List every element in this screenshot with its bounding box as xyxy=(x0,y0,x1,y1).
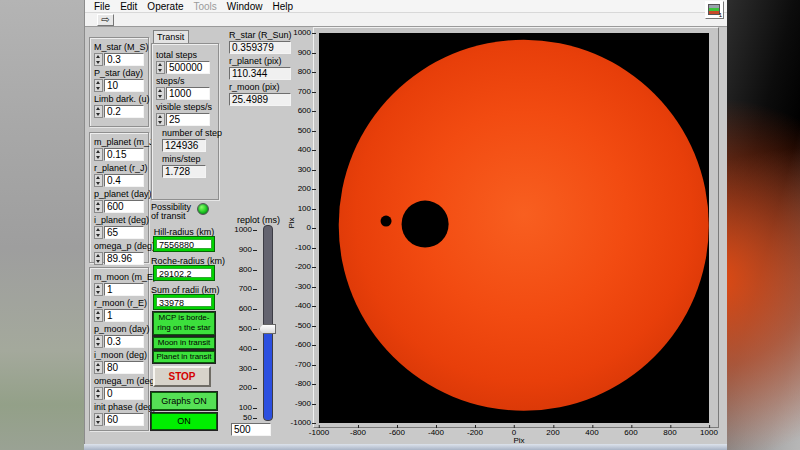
transit-control-label: visible steps/s xyxy=(156,102,216,112)
spinner-down-icon[interactable] xyxy=(95,60,102,66)
spinner-down-icon[interactable] xyxy=(95,233,102,239)
numeric-label: p_moon (day) xyxy=(94,324,146,334)
menu-edit[interactable]: Edit xyxy=(115,0,142,13)
menu-tools: Tools xyxy=(189,0,222,13)
transit-control-row: 25 xyxy=(156,113,216,126)
replot-slider-thumb[interactable] xyxy=(259,324,276,334)
numeric-input[interactable]: 600 xyxy=(104,200,144,213)
increment-decrement-spinner[interactable] xyxy=(94,387,103,400)
spinner-down-icon[interactable] xyxy=(95,207,102,213)
numeric-label: m_planet (m_J) xyxy=(94,137,146,147)
tab-transit[interactable]: Transit xyxy=(153,30,189,44)
y-tick-label: 300 xyxy=(287,166,317,174)
numeric-input[interactable]: 0.3 xyxy=(104,53,144,66)
numeric-row: 0.3 xyxy=(94,53,146,66)
stop-button[interactable]: STOP xyxy=(153,366,211,387)
spinner-down-icon[interactable] xyxy=(157,94,164,100)
menu-file[interactable]: File xyxy=(89,0,115,13)
plot-canvas xyxy=(319,33,709,423)
increment-decrement-spinner[interactable] xyxy=(94,105,103,118)
spinner-down-icon[interactable] xyxy=(95,342,102,348)
run-button[interactable]: ⇨ xyxy=(97,14,114,26)
increment-decrement-spinner[interactable] xyxy=(156,87,165,100)
transit-control-input[interactable]: 1000 xyxy=(166,87,210,100)
x-tick-label: 200 xyxy=(546,429,559,437)
status-line: Planet in transit xyxy=(154,352,214,362)
numeric-input[interactable]: 0.3 xyxy=(104,335,144,348)
numeric-row: 60 xyxy=(94,413,146,426)
menu-window[interactable]: Window xyxy=(222,0,268,13)
replot-slider-track[interactable] xyxy=(263,225,273,421)
spinner-down-icon[interactable] xyxy=(95,394,102,400)
increment-decrement-spinner[interactable] xyxy=(94,309,103,322)
increment-decrement-spinner[interactable] xyxy=(94,53,103,66)
transit-label: mins/step xyxy=(162,154,216,164)
spinner-down-icon[interactable] xyxy=(157,120,164,126)
numeric-input[interactable]: 89.96 xyxy=(104,252,144,265)
numeric-block: omega_m (deg)0 xyxy=(94,376,146,400)
readout-label: r_planet (pix) xyxy=(229,56,295,66)
numeric-input[interactable]: 0.15 xyxy=(104,148,144,161)
increment-decrement-spinner[interactable] xyxy=(94,361,103,374)
status-indicator: MCP is borde-ring on the star xyxy=(153,312,215,335)
slider-tick-label: 600 xyxy=(233,305,259,313)
numeric-input[interactable]: 0.4 xyxy=(104,174,144,187)
numeric-label: omega_p (deg) xyxy=(94,241,146,251)
star-parameters-panel: M_star (M_S)0.3P_star (day)10Limb dark. … xyxy=(89,37,149,127)
on-button[interactable]: ON xyxy=(151,413,217,430)
increment-decrement-spinner[interactable] xyxy=(94,413,103,426)
numeric-input[interactable]: 60 xyxy=(104,413,144,426)
numeric-row: 0.3 xyxy=(94,335,146,348)
increment-decrement-spinner[interactable] xyxy=(156,61,165,74)
transit-indicator: 124936 xyxy=(162,139,206,152)
numeric-input[interactable]: 65 xyxy=(104,226,144,239)
increment-decrement-spinner[interactable] xyxy=(94,226,103,239)
spinner-down-icon[interactable] xyxy=(95,368,102,374)
spinner-down-icon[interactable] xyxy=(95,420,102,426)
numeric-input[interactable]: 0 xyxy=(104,387,144,400)
toolbar: ⇨ xyxy=(85,13,727,27)
menu-help[interactable]: Help xyxy=(267,0,298,13)
increment-decrement-spinner[interactable] xyxy=(94,200,103,213)
numeric-input[interactable]: 0.2 xyxy=(104,105,144,118)
numeric-input[interactable]: 10 xyxy=(104,79,144,92)
status-indicator: Moon in transit xyxy=(153,337,215,349)
menu-operate[interactable]: Operate xyxy=(142,0,188,13)
spinner-down-icon[interactable] xyxy=(95,112,102,118)
increment-decrement-spinner[interactable] xyxy=(94,174,103,187)
y-tick-label: 400 xyxy=(287,146,317,154)
numeric-block: P_star (day)10 xyxy=(94,68,146,92)
numeric-block: Limb dark. (u)0.2 xyxy=(94,94,146,118)
spinner-down-icon[interactable] xyxy=(95,155,102,161)
slider-tick-label: 300 xyxy=(233,365,259,373)
transit-control-input[interactable]: 500000 xyxy=(166,61,210,74)
numeric-row: 89.96 xyxy=(94,252,146,265)
spinner-down-icon[interactable] xyxy=(95,290,102,296)
increment-decrement-spinner[interactable] xyxy=(94,283,103,296)
transit-control-input[interactable]: 25 xyxy=(166,113,210,126)
spinner-down-icon[interactable] xyxy=(95,86,102,92)
spinner-down-icon[interactable] xyxy=(95,181,102,187)
transit-label: number of step xyxy=(162,128,216,138)
vi-icon-button[interactable]: 1 xyxy=(705,1,724,19)
y-tick-label: 100 xyxy=(287,205,317,213)
increment-decrement-spinner[interactable] xyxy=(156,113,165,126)
increment-decrement-spinner[interactable] xyxy=(94,335,103,348)
y-tick-label: -500 xyxy=(287,322,317,330)
graphs-on-button[interactable]: Graphs ON xyxy=(151,392,217,410)
numeric-input[interactable]: 1 xyxy=(104,283,144,296)
spinner-down-icon[interactable] xyxy=(95,259,102,265)
numeric-input[interactable]: 80 xyxy=(104,361,144,374)
spinner-down-icon[interactable] xyxy=(95,316,102,322)
spinner-down-icon[interactable] xyxy=(157,68,164,74)
increment-decrement-spinner[interactable] xyxy=(94,79,103,92)
numeric-row: 10 xyxy=(94,79,146,92)
numeric-block: i_moon (deg)80 xyxy=(94,350,146,374)
y-tick-label: -700 xyxy=(287,361,317,369)
x-tick-label: -600 xyxy=(389,429,405,437)
numeric-input[interactable]: 1 xyxy=(104,309,144,322)
replot-value-input[interactable]: 500 xyxy=(231,423,271,436)
increment-decrement-spinner[interactable] xyxy=(94,148,103,161)
increment-decrement-spinner[interactable] xyxy=(94,252,103,265)
transit-row: 1.728 xyxy=(162,165,216,178)
